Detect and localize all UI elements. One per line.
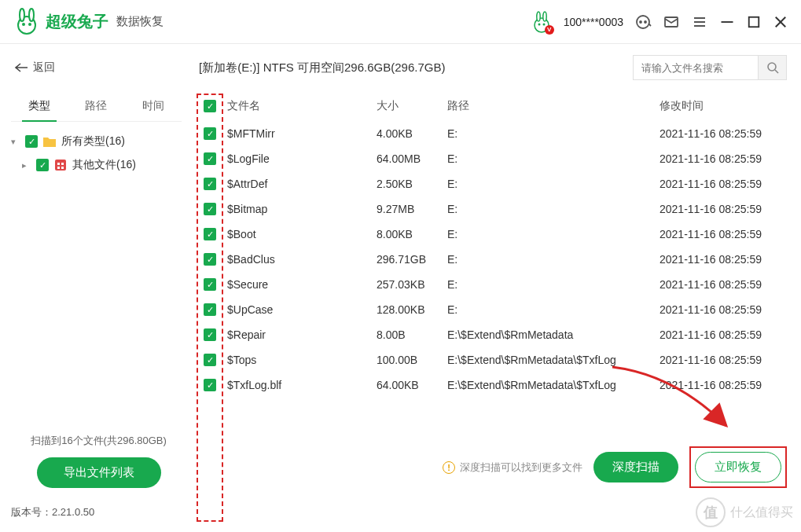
maximize-button[interactable]	[746, 14, 762, 30]
col-header-name[interactable]: 文件名	[227, 99, 377, 113]
cell-name: $Boot	[227, 228, 377, 240]
cell-path: E:\$Extend\$RmMetadata\$TxfLog	[447, 379, 660, 391]
rabbit-icon	[13, 8, 41, 36]
cell-size: 4.00KB	[377, 127, 447, 140]
table-row[interactable]: ✓ $AttrDef 2.50KB E: 2021-11-16 08:25:59	[193, 171, 795, 196]
svg-rect-23	[55, 160, 66, 171]
table-row[interactable]: ✓ $Repair 8.00B E:\$Extend\$RmMetadata 2…	[193, 322, 795, 347]
close-button[interactable]	[773, 14, 788, 30]
cell-path: E:	[447, 303, 660, 316]
cell-size: 128.00KB	[377, 303, 447, 316]
search-button[interactable]	[759, 55, 787, 80]
minimize-button[interactable]	[719, 14, 735, 30]
summary-panel: 扫描到16个文件(共296.80GB) 导出文件列表	[14, 434, 183, 488]
watermark: 值 什么值得买	[696, 497, 793, 527]
tree-item-other[interactable]: ▸ ✓ 其他文件(16)	[11, 153, 182, 177]
row-checkbox[interactable]: ✓	[204, 127, 216, 140]
tree-label-all: 所有类型(16)	[61, 134, 125, 149]
cell-name: $MFTMirr	[227, 127, 377, 140]
row-checkbox[interactable]: ✓	[204, 303, 216, 316]
type-tree: ▾ ✓ 所有类型(16) ▸ ✓ 其他文件(16)	[11, 122, 182, 185]
action-panel: ! 深度扫描可以找到更多文件 深度扫描 立即恢复	[443, 446, 787, 488]
row-checkbox[interactable]: ✓	[204, 328, 216, 341]
table-row[interactable]: ✓ $Tops 100.00B E:\$Extend\$RmMetadata\$…	[193, 347, 795, 372]
row-checkbox[interactable]: ✓	[204, 203, 216, 215]
cell-size: 8.00B	[377, 328, 447, 341]
titlebar: 超级兔子 数据恢复 V 100****0003	[0, 0, 801, 44]
row-checkbox[interactable]: ✓	[204, 178, 216, 190]
table-row[interactable]: ✓ $TxfLog.blf 64.00KB E:\$Extend\$RmMeta…	[193, 372, 795, 398]
row-checkbox[interactable]: ✓	[204, 253, 216, 266]
cell-size: 257.03KB	[377, 278, 447, 291]
service-icon[interactable]	[634, 13, 652, 31]
svg-point-1	[20, 9, 24, 21]
user-avatar[interactable]: V	[531, 11, 553, 33]
feedback-icon[interactable]	[663, 13, 680, 31]
recover-highlight: 立即恢复	[689, 446, 787, 488]
table-row[interactable]: ✓ $Secure 257.03KB E: 2021-11-16 08:25:5…	[193, 272, 795, 297]
table-header: ✓ 文件名 大小 路径 修改时间	[193, 91, 795, 121]
col-header-mtime[interactable]: 修改时间	[660, 99, 784, 113]
checkbox-all[interactable]: ✓	[25, 135, 38, 148]
search-box	[633, 55, 787, 80]
menu-icon[interactable]	[691, 13, 708, 31]
cell-mtime: 2021-11-16 08:25:59	[660, 127, 784, 140]
svg-point-6	[537, 12, 540, 21]
cell-mtime: 2021-11-16 08:25:59	[660, 253, 784, 266]
collapse-icon[interactable]: ▾	[11, 137, 20, 147]
svg-point-21	[768, 63, 776, 71]
row-checkbox[interactable]: ✓	[204, 152, 216, 165]
table-row[interactable]: ✓ $LogFile 64.00MB E: 2021-11-16 08:25:5…	[193, 146, 795, 171]
drive-info: [新加卷(E:)] NTFS 可用空间296.6GB(296.7GB)	[199, 61, 617, 75]
row-checkbox[interactable]: ✓	[204, 278, 216, 291]
tree-item-all[interactable]: ▾ ✓ 所有类型(16)	[11, 130, 182, 153]
cell-size: 9.27MB	[377, 203, 447, 215]
row-checkbox[interactable]: ✓	[204, 379, 216, 391]
svg-point-7	[543, 12, 546, 21]
table-row[interactable]: ✓ $MFTMirr 4.00KB E: 2021-11-16 08:25:59	[193, 121, 795, 146]
watermark-text: 什么值得买	[730, 504, 793, 521]
svg-point-11	[640, 21, 641, 23]
tab-type[interactable]: 类型	[11, 91, 68, 121]
search-input[interactable]	[633, 55, 759, 80]
select-all-checkbox[interactable]: ✓	[204, 100, 216, 112]
file-type-icon	[53, 159, 68, 171]
deep-scan-button[interactable]: 深度扫描	[593, 452, 678, 482]
recover-button[interactable]: 立即恢复	[695, 452, 781, 482]
cell-path: E:	[447, 178, 660, 190]
cell-mtime: 2021-11-16 08:25:59	[660, 178, 784, 190]
checkbox-other[interactable]: ✓	[36, 159, 49, 171]
cell-path: E:\$Extend\$RmMetadata	[447, 328, 660, 341]
watermark-badge: 值	[696, 497, 726, 527]
app-logo: 超级兔子 数据恢复	[13, 8, 164, 36]
back-button[interactable]: 返回	[14, 61, 183, 75]
table-row[interactable]: ✓ $BadClus 296.71GB E: 2021-11-16 08:25:…	[193, 247, 795, 272]
brand-name: 超级兔子	[46, 11, 108, 32]
table-row[interactable]: ✓ $UpCase 128.00KB E: 2021-11-16 08:25:5…	[193, 297, 795, 322]
table-row[interactable]: ✓ $Boot 8.00KB E: 2021-11-16 08:25:59	[193, 222, 795, 247]
svg-point-4	[28, 23, 31, 26]
row-checkbox[interactable]: ✓	[204, 354, 216, 366]
cell-path: E:	[447, 152, 660, 165]
cell-name: $AttrDef	[227, 178, 377, 190]
row-checkbox[interactable]: ✓	[204, 228, 216, 240]
svg-point-12	[645, 21, 646, 23]
cell-path: E:	[447, 228, 660, 240]
export-list-button[interactable]: 导出文件列表	[37, 457, 161, 488]
expand-icon[interactable]: ▸	[22, 160, 31, 171]
svg-rect-24	[57, 163, 60, 165]
col-header-path[interactable]: 路径	[447, 99, 660, 113]
cell-name: $UpCase	[227, 303, 377, 316]
tab-path[interactable]: 路径	[68, 91, 124, 121]
table-row[interactable]: ✓ $Bitmap 9.27MB E: 2021-11-16 08:25:59	[193, 196, 795, 222]
cell-mtime: 2021-11-16 08:25:59	[660, 379, 784, 391]
col-header-size[interactable]: 大小	[377, 99, 447, 113]
cell-size: 100.00B	[377, 354, 447, 366]
tab-time[interactable]: 时间	[125, 91, 182, 121]
cell-mtime: 2021-11-16 08:25:59	[660, 278, 784, 291]
cell-name: $Tops	[227, 354, 377, 366]
svg-point-3	[22, 23, 25, 26]
brand-sub: 数据恢复	[116, 14, 164, 29]
cell-size: 2.50KB	[377, 178, 447, 190]
svg-rect-18	[749, 17, 759, 27]
